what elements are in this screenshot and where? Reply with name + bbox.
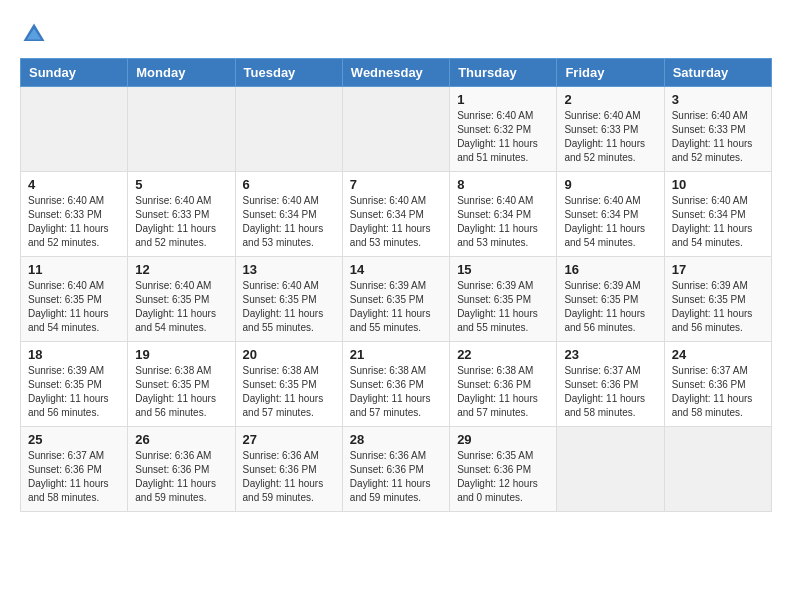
calendar-cell: 23Sunrise: 6:37 AM Sunset: 6:36 PM Dayli… — [557, 342, 664, 427]
day-info: Sunrise: 6:39 AM Sunset: 6:35 PM Dayligh… — [564, 279, 656, 335]
day-number: 8 — [457, 177, 549, 192]
calendar-cell — [664, 427, 771, 512]
day-info: Sunrise: 6:40 AM Sunset: 6:35 PM Dayligh… — [243, 279, 335, 335]
day-number: 17 — [672, 262, 764, 277]
day-number: 23 — [564, 347, 656, 362]
calendar-cell: 18Sunrise: 6:39 AM Sunset: 6:35 PM Dayli… — [21, 342, 128, 427]
calendar-cell — [235, 87, 342, 172]
calendar-cell: 20Sunrise: 6:38 AM Sunset: 6:35 PM Dayli… — [235, 342, 342, 427]
calendar-cell: 9Sunrise: 6:40 AM Sunset: 6:34 PM Daylig… — [557, 172, 664, 257]
col-header-saturday: Saturday — [664, 59, 771, 87]
week-row-2: 4Sunrise: 6:40 AM Sunset: 6:33 PM Daylig… — [21, 172, 772, 257]
calendar-table: SundayMondayTuesdayWednesdayThursdayFrid… — [20, 58, 772, 512]
calendar-cell: 7Sunrise: 6:40 AM Sunset: 6:34 PM Daylig… — [342, 172, 449, 257]
day-number: 10 — [672, 177, 764, 192]
calendar-cell: 1Sunrise: 6:40 AM Sunset: 6:32 PM Daylig… — [450, 87, 557, 172]
calendar-cell: 21Sunrise: 6:38 AM Sunset: 6:36 PM Dayli… — [342, 342, 449, 427]
day-info: Sunrise: 6:38 AM Sunset: 6:35 PM Dayligh… — [135, 364, 227, 420]
day-info: Sunrise: 6:36 AM Sunset: 6:36 PM Dayligh… — [350, 449, 442, 505]
calendar-cell: 2Sunrise: 6:40 AM Sunset: 6:33 PM Daylig… — [557, 87, 664, 172]
col-header-thursday: Thursday — [450, 59, 557, 87]
day-info: Sunrise: 6:38 AM Sunset: 6:36 PM Dayligh… — [350, 364, 442, 420]
day-number: 3 — [672, 92, 764, 107]
day-info: Sunrise: 6:38 AM Sunset: 6:35 PM Dayligh… — [243, 364, 335, 420]
logo-icon — [20, 20, 48, 48]
day-number: 19 — [135, 347, 227, 362]
calendar-cell: 4Sunrise: 6:40 AM Sunset: 6:33 PM Daylig… — [21, 172, 128, 257]
calendar-cell: 10Sunrise: 6:40 AM Sunset: 6:34 PM Dayli… — [664, 172, 771, 257]
col-header-sunday: Sunday — [21, 59, 128, 87]
calendar-cell: 12Sunrise: 6:40 AM Sunset: 6:35 PM Dayli… — [128, 257, 235, 342]
logo — [20, 20, 52, 48]
day-info: Sunrise: 6:37 AM Sunset: 6:36 PM Dayligh… — [28, 449, 120, 505]
day-number: 27 — [243, 432, 335, 447]
day-info: Sunrise: 6:36 AM Sunset: 6:36 PM Dayligh… — [135, 449, 227, 505]
calendar-cell: 19Sunrise: 6:38 AM Sunset: 6:35 PM Dayli… — [128, 342, 235, 427]
day-info: Sunrise: 6:39 AM Sunset: 6:35 PM Dayligh… — [457, 279, 549, 335]
day-number: 12 — [135, 262, 227, 277]
day-info: Sunrise: 6:40 AM Sunset: 6:34 PM Dayligh… — [243, 194, 335, 250]
day-number: 11 — [28, 262, 120, 277]
day-info: Sunrise: 6:36 AM Sunset: 6:36 PM Dayligh… — [243, 449, 335, 505]
day-info: Sunrise: 6:40 AM Sunset: 6:35 PM Dayligh… — [135, 279, 227, 335]
col-header-tuesday: Tuesday — [235, 59, 342, 87]
day-info: Sunrise: 6:40 AM Sunset: 6:35 PM Dayligh… — [28, 279, 120, 335]
day-number: 6 — [243, 177, 335, 192]
week-row-4: 18Sunrise: 6:39 AM Sunset: 6:35 PM Dayli… — [21, 342, 772, 427]
day-info: Sunrise: 6:40 AM Sunset: 6:33 PM Dayligh… — [135, 194, 227, 250]
calendar-cell: 6Sunrise: 6:40 AM Sunset: 6:34 PM Daylig… — [235, 172, 342, 257]
week-row-3: 11Sunrise: 6:40 AM Sunset: 6:35 PM Dayli… — [21, 257, 772, 342]
calendar-cell: 5Sunrise: 6:40 AM Sunset: 6:33 PM Daylig… — [128, 172, 235, 257]
calendar-cell: 24Sunrise: 6:37 AM Sunset: 6:36 PM Dayli… — [664, 342, 771, 427]
day-info: Sunrise: 6:40 AM Sunset: 6:33 PM Dayligh… — [28, 194, 120, 250]
day-info: Sunrise: 6:38 AM Sunset: 6:36 PM Dayligh… — [457, 364, 549, 420]
day-info: Sunrise: 6:40 AM Sunset: 6:34 PM Dayligh… — [564, 194, 656, 250]
day-info: Sunrise: 6:39 AM Sunset: 6:35 PM Dayligh… — [672, 279, 764, 335]
day-info: Sunrise: 6:39 AM Sunset: 6:35 PM Dayligh… — [28, 364, 120, 420]
calendar-cell: 8Sunrise: 6:40 AM Sunset: 6:34 PM Daylig… — [450, 172, 557, 257]
day-number: 7 — [350, 177, 442, 192]
day-number: 28 — [350, 432, 442, 447]
calendar-cell — [342, 87, 449, 172]
calendar-cell: 26Sunrise: 6:36 AM Sunset: 6:36 PM Dayli… — [128, 427, 235, 512]
day-info: Sunrise: 6:40 AM Sunset: 6:32 PM Dayligh… — [457, 109, 549, 165]
col-header-friday: Friday — [557, 59, 664, 87]
day-number: 20 — [243, 347, 335, 362]
day-number: 22 — [457, 347, 549, 362]
header-row: SundayMondayTuesdayWednesdayThursdayFrid… — [21, 59, 772, 87]
calendar-cell: 22Sunrise: 6:38 AM Sunset: 6:36 PM Dayli… — [450, 342, 557, 427]
calendar-cell: 15Sunrise: 6:39 AM Sunset: 6:35 PM Dayli… — [450, 257, 557, 342]
day-number: 18 — [28, 347, 120, 362]
day-number: 21 — [350, 347, 442, 362]
col-header-monday: Monday — [128, 59, 235, 87]
day-info: Sunrise: 6:37 AM Sunset: 6:36 PM Dayligh… — [564, 364, 656, 420]
calendar-cell: 27Sunrise: 6:36 AM Sunset: 6:36 PM Dayli… — [235, 427, 342, 512]
calendar-cell — [21, 87, 128, 172]
day-info: Sunrise: 6:40 AM Sunset: 6:34 PM Dayligh… — [672, 194, 764, 250]
day-number: 26 — [135, 432, 227, 447]
day-number: 15 — [457, 262, 549, 277]
calendar-cell — [128, 87, 235, 172]
col-header-wednesday: Wednesday — [342, 59, 449, 87]
calendar-cell: 29Sunrise: 6:35 AM Sunset: 6:36 PM Dayli… — [450, 427, 557, 512]
day-number: 16 — [564, 262, 656, 277]
day-number: 25 — [28, 432, 120, 447]
day-number: 13 — [243, 262, 335, 277]
day-info: Sunrise: 6:40 AM Sunset: 6:33 PM Dayligh… — [672, 109, 764, 165]
calendar-cell: 3Sunrise: 6:40 AM Sunset: 6:33 PM Daylig… — [664, 87, 771, 172]
day-info: Sunrise: 6:37 AM Sunset: 6:36 PM Dayligh… — [672, 364, 764, 420]
day-info: Sunrise: 6:40 AM Sunset: 6:34 PM Dayligh… — [350, 194, 442, 250]
calendar-cell: 11Sunrise: 6:40 AM Sunset: 6:35 PM Dayli… — [21, 257, 128, 342]
day-info: Sunrise: 6:35 AM Sunset: 6:36 PM Dayligh… — [457, 449, 549, 505]
calendar-cell: 17Sunrise: 6:39 AM Sunset: 6:35 PM Dayli… — [664, 257, 771, 342]
calendar-cell: 25Sunrise: 6:37 AM Sunset: 6:36 PM Dayli… — [21, 427, 128, 512]
week-row-1: 1Sunrise: 6:40 AM Sunset: 6:32 PM Daylig… — [21, 87, 772, 172]
day-number: 5 — [135, 177, 227, 192]
calendar-cell: 16Sunrise: 6:39 AM Sunset: 6:35 PM Dayli… — [557, 257, 664, 342]
calendar-cell: 13Sunrise: 6:40 AM Sunset: 6:35 PM Dayli… — [235, 257, 342, 342]
week-row-5: 25Sunrise: 6:37 AM Sunset: 6:36 PM Dayli… — [21, 427, 772, 512]
page-header — [20, 20, 772, 48]
day-info: Sunrise: 6:40 AM Sunset: 6:34 PM Dayligh… — [457, 194, 549, 250]
day-info: Sunrise: 6:40 AM Sunset: 6:33 PM Dayligh… — [564, 109, 656, 165]
day-number: 29 — [457, 432, 549, 447]
